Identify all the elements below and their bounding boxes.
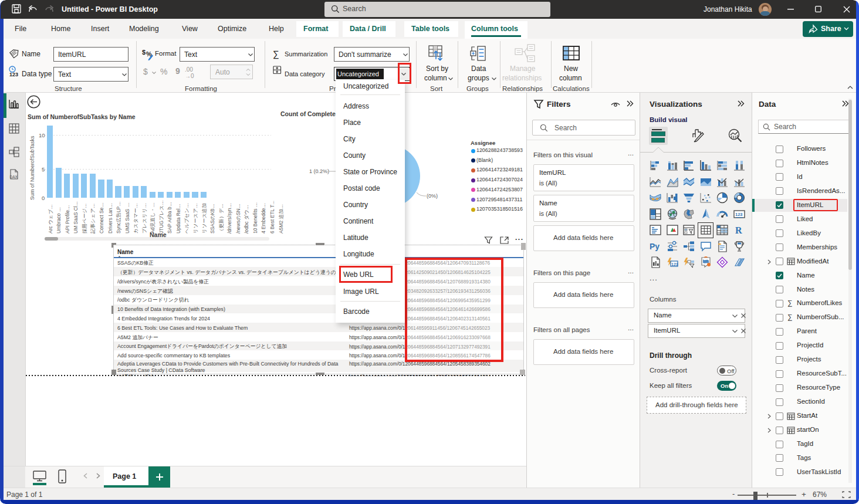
svg-text:123: 123 <box>735 212 743 217</box>
svg-text:123: 123 <box>9 72 18 77</box>
svg-text:Py: Py <box>650 242 660 251</box>
svg-text:$: $ <box>142 49 146 56</box>
svg-text:DAX: DAX <box>10 175 18 179</box>
svg-text:123: 123 <box>671 262 678 266</box>
svg-text:R: R <box>735 225 742 235</box>
